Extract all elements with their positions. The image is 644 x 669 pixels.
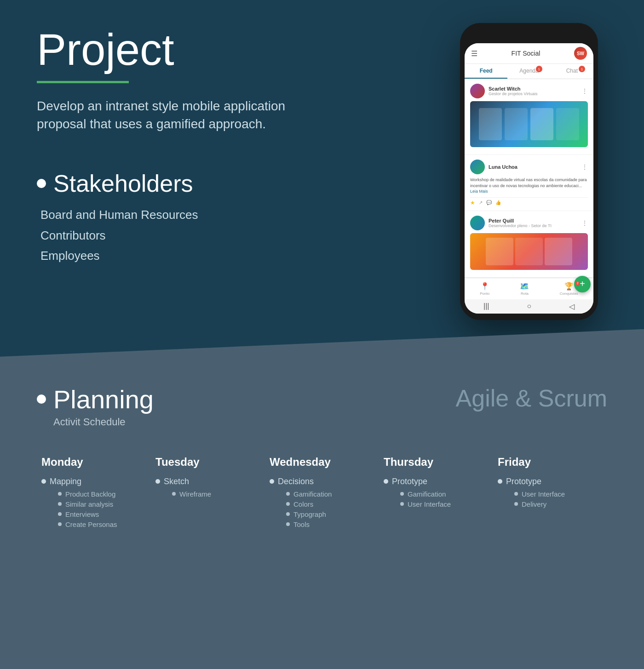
phone-container: ☰ FIT Social SW Feed Agenda 1 — [451, 23, 607, 320]
stakeholder-item-1: Board and Human Resources — [40, 205, 294, 225]
monday-sub-2: Similar analysis — [58, 500, 146, 508]
feed-user-info-1: Scarlet Witch Gestor de projetos Virtuai… — [489, 86, 581, 96]
more-options-2[interactable]: ⋮ — [581, 163, 588, 171]
project-description: Develop an intranet style mobile applica… — [37, 97, 294, 133]
monday-header: Monday — [41, 456, 146, 469]
app-title: FIT Social — [512, 50, 540, 57]
project-title: Project — [37, 28, 294, 72]
chat-badge: 1 — [579, 66, 585, 72]
planning-title: Planning — [53, 384, 154, 414]
friday-task-1: Prototype User Interface Delivery — [498, 477, 603, 508]
home-button[interactable]: ○ — [527, 302, 531, 310]
day-tuesday: Tuesday Sketch Wireframe — [151, 456, 265, 531]
bottom-section: Planning Activit Schedule Agile & Scrum … — [0, 357, 644, 669]
recent-button[interactable]: ◁ — [569, 302, 575, 311]
left-content: Project Develop an intranet style mobile… — [37, 28, 294, 266]
comment-icon[interactable]: 💬 — [486, 200, 492, 205]
tab-agenda[interactable]: Agenda 1 — [507, 64, 550, 79]
monday-dot — [41, 479, 46, 484]
home-bar: ||| ○ ◁ — [465, 299, 593, 314]
day-friday: Friday Prototype User Interface Delivery — [493, 456, 607, 531]
feed-image-3 — [470, 233, 588, 270]
agenda-badge: 1 — [536, 66, 542, 72]
feed-user-info-3: Peter Quill Desenvolvedor pleno - Setor … — [489, 218, 581, 228]
feed-avatar-2 — [470, 160, 485, 174]
stakeholders-list: Board and Human Resources Contributors E… — [40, 205, 294, 266]
bottom-nav: 📍 Ponto 🗺️ Rota 🏆 2 Conquistas — [465, 278, 593, 299]
friday-sub-2: Delivery — [514, 500, 603, 508]
stakeholder-item-2: Contributors — [40, 225, 294, 246]
tuesday-dot — [155, 479, 160, 484]
stakeholders-heading: Stakeholders — [53, 170, 193, 197]
conquistas-badge: 2 — [575, 281, 580, 286]
conquistas-icon: 🏆 — [564, 282, 574, 291]
wednesday-sub-2: Colors — [286, 500, 374, 508]
day-thursday: Thursday Prototype Gamification User Int… — [379, 456, 493, 531]
day-monday: Monday Mapping Product Backlog Similar a… — [37, 456, 151, 531]
planning-left: Planning Activit Schedule — [37, 384, 154, 428]
star-icon[interactable]: ★ — [470, 200, 475, 206]
tab-chat[interactable]: Chat 1 — [551, 64, 593, 79]
feed-user-info-2: Luna Uchoa — [489, 164, 581, 170]
thursday-sub-1: Gamification — [400, 490, 489, 498]
feed-user-name-2: Luna Uchoa — [489, 164, 581, 170]
feed-user-role-3: Desenvolvedor pleno - Setor de TI — [489, 223, 581, 228]
feed-item-3: Peter Quill Desenvolvedor pleno - Setor … — [465, 211, 593, 278]
friday-sub-1: User Interface — [514, 490, 603, 498]
feed-text-2: Workshop de realidade virtual nas escola… — [470, 177, 588, 194]
planning-title-row: Planning — [37, 384, 154, 414]
stakeholders-title: Stakeholders — [37, 170, 294, 197]
nav-conquistas[interactable]: 🏆 2 Conquistas — [560, 282, 578, 296]
ponto-icon: 📍 — [480, 282, 489, 291]
monday-sub-3: Enterviews — [58, 510, 146, 518]
nav-ponto[interactable]: 📍 Ponto — [480, 282, 489, 296]
feed-user-name-1: Scarlet Witch — [489, 86, 581, 91]
phone-screen: ☰ FIT Social SW Feed Agenda 1 — [465, 43, 593, 314]
feed-item-2: Luna Uchoa ⋮ Workshop de realidade virtu… — [465, 155, 593, 211]
rota-icon: 🗺️ — [520, 282, 529, 291]
phone-notch — [504, 29, 554, 40]
green-divider — [37, 81, 129, 83]
share-icon[interactable]: ↗ — [479, 200, 483, 205]
monday-task-1: Mapping Product Backlog Similar analysis… — [41, 477, 146, 528]
feed-avatar-1 — [470, 84, 485, 98]
hamburger-icon: ☰ — [471, 49, 477, 58]
tuesday-task-1: Sketch Wireframe — [155, 477, 260, 498]
planning-header: Planning Activit Schedule Agile & Scrum — [37, 384, 607, 428]
back-button[interactable]: ||| — [483, 302, 489, 310]
planning-subtitle: Activit Schedule — [53, 416, 154, 428]
wednesday-task-1: Decisions Gamification Colors Typograph — [270, 477, 374, 528]
thursday-task-1: Prototype Gamification User Interface — [384, 477, 489, 508]
avatar: SW — [574, 47, 587, 60]
thursday-header: Thursday — [384, 456, 489, 469]
tab-feed[interactable]: Feed — [465, 64, 507, 79]
more-options-1[interactable]: ⋮ — [581, 87, 588, 95]
friday-dot — [498, 479, 502, 484]
tuesday-sub-1: Wireframe — [172, 490, 260, 498]
wednesday-sub-3: Typograph — [286, 510, 374, 518]
bullet-icon — [37, 179, 46, 188]
feed-user-role-1: Gestor de projetos Virtuais — [489, 91, 581, 96]
feed-avatar-3 — [470, 216, 485, 230]
wednesday-sub-4: Tools — [286, 520, 374, 528]
phone-tabs: Feed Agenda 1 Chat 1 — [465, 64, 593, 79]
nav-rota[interactable]: 🗺️ Rota — [520, 282, 529, 296]
wednesday-dot — [270, 479, 274, 484]
stakeholder-item-3: Employees — [40, 246, 294, 266]
monday-sub-4: Create Personas — [58, 520, 146, 528]
friday-header: Friday — [498, 456, 603, 469]
more-options-3[interactable]: ⋮ — [581, 219, 588, 227]
thursday-sub-2: User Interface — [400, 500, 489, 508]
monday-sub-1: Product Backlog — [58, 490, 146, 498]
like-icon[interactable]: 👍 — [495, 200, 501, 205]
tuesday-header: Tuesday — [155, 456, 260, 469]
phone-mockup: ☰ FIT Social SW Feed Agenda 1 — [460, 23, 598, 320]
wednesday-header: Wednesday — [270, 456, 374, 469]
thursday-dot — [384, 479, 388, 484]
read-more-link[interactable]: Leia Mais — [470, 189, 488, 194]
feed-item-1: Scarlet Witch Gestor de projetos Virtuai… — [465, 79, 593, 155]
day-wednesday: Wednesday Decisions Gamification Colors — [265, 456, 379, 531]
agile-scrum-title: Agile & Scrum — [456, 384, 607, 412]
stakeholders-section: Stakeholders Board and Human Resources C… — [37, 170, 294, 266]
feed-actions-2: ★ ↗ 💬 👍 — [470, 197, 588, 206]
